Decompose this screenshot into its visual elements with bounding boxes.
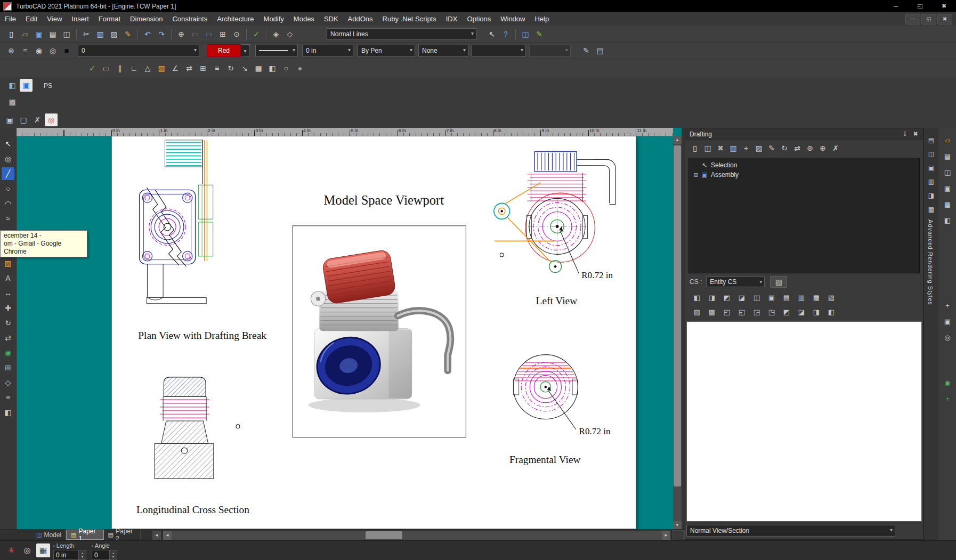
palette-tab-icon[interactable]: ◫ (926, 148, 937, 160)
coordinate-table-icon[interactable]: ▦ (36, 543, 50, 557)
view-options-icon[interactable]: ⊛ (804, 142, 816, 154)
standard-view-icon[interactable]: ▣ (765, 291, 778, 303)
restore-icon[interactable]: ◱ (908, 0, 932, 12)
snap-triangle-icon[interactable]: △ (141, 62, 154, 75)
color-dropdown-icon[interactable]: ▾ (241, 44, 250, 57)
advanced-rendering-styles-tab[interactable]: Advanced Rendering Styles (927, 220, 934, 305)
section-view-icon[interactable]: ▨ (691, 306, 703, 318)
docked-palette-icon[interactable]: ◧ (941, 214, 954, 226)
color-button[interactable]: Red (207, 44, 241, 57)
scroll-down-icon[interactable]: ▼ (673, 521, 682, 529)
align-icon[interactable]: ≡ (210, 62, 223, 75)
new-file-icon[interactable]: ▯ (5, 28, 18, 40)
line-tool-icon[interactable]: ╱ (2, 167, 14, 180)
menu-window[interactable]: Window (496, 12, 530, 26)
zoom-in-icon[interactable]: ⊕ (175, 28, 188, 40)
palette-tab-icon[interactable]: ▦ (926, 204, 937, 215)
context-help-icon[interactable]: ? (499, 28, 512, 40)
snap-angle-icon[interactable]: ∠ (169, 62, 182, 75)
docked-palette-icon[interactable]: ▱ (941, 134, 954, 147)
format-painter-icon[interactable]: ✎ (121, 28, 134, 40)
palette-tab-icon[interactable]: ▣ (926, 162, 937, 174)
snap-perpendicular-icon[interactable]: ∟ (127, 62, 140, 75)
menu-architecture[interactable]: Architecture (212, 12, 258, 26)
section-view-icon[interactable]: ▩ (706, 306, 718, 318)
drawing-canvas[interactable]: 0 in1 in2 in3 in4 in5 in6 in7 in8 in9 in… (17, 128, 682, 529)
section-view-drawing[interactable] (155, 377, 214, 479)
standard-view-icon[interactable]: ◩ (720, 291, 733, 303)
select-cursor-icon[interactable]: ↖ (485, 28, 498, 40)
standard-view-icon[interactable]: ◧ (691, 291, 703, 303)
explode-icon[interactable]: ✗ (31, 113, 44, 126)
close-panel-icon[interactable]: ✖ (911, 129, 920, 139)
hatch-tool-icon[interactable]: ▨ (2, 257, 14, 270)
paste-view-icon[interactable]: ▨ (753, 142, 765, 154)
section-view-icon[interactable]: ◧ (825, 306, 838, 318)
property-settings-icon[interactable]: ⊛ (5, 44, 18, 57)
length-spinner-up-icon[interactable]: ▴ (82, 551, 83, 555)
standard-view-icon[interactable]: ◨ (706, 291, 718, 303)
tree-item-selection[interactable]: ↖Selection (689, 160, 919, 170)
lightworks-render-icon[interactable]: ▩ (6, 95, 19, 108)
new-drafting-view-icon[interactable]: ▯ (689, 142, 701, 154)
revolve-icon[interactable]: ○ (280, 62, 293, 75)
paper-drawing[interactable]: R0.72 in (112, 136, 636, 529)
length-input[interactable]: 0 in ▴ ▾ (53, 550, 86, 560)
section-view-icon[interactable]: ◲ (750, 306, 763, 318)
edit-select-tool-icon[interactable]: ◎ (2, 152, 14, 165)
snap-indicator-icon[interactable]: ✳ (4, 543, 18, 557)
arc-tool-icon[interactable]: ◠ (2, 197, 14, 210)
update-all-views-icon[interactable]: ⇄ (791, 142, 803, 154)
left-view-drawing[interactable]: R0.72 in (494, 152, 615, 280)
angle-input[interactable]: 0 ▴ ▾ (92, 550, 117, 560)
section-view-icon[interactable]: ◨ (810, 306, 823, 318)
paste-icon[interactable]: ▨ (108, 28, 120, 40)
hatch-pattern-icon[interactable]: ▨ (155, 62, 168, 75)
line-width-combo[interactable]: 0 in (302, 45, 353, 56)
mdi-close-icon[interactable]: ✖ (937, 14, 952, 25)
field-text-icon[interactable]: ▭ (100, 62, 112, 75)
cs-combo[interactable]: Entity CS (706, 277, 765, 287)
dimension-tool-icon[interactable]: ↔ (2, 287, 14, 299)
print-style-icon[interactable]: ▤ (594, 44, 606, 57)
rotate-tool-icon[interactable]: ↻ (2, 316, 14, 329)
palette-toggle-icon[interactable]: ◫ (519, 28, 532, 40)
sphere-icon[interactable]: ● (294, 62, 306, 75)
docked-palette-icon[interactable]: ▤ (941, 150, 954, 163)
pen-visibility-icon[interactable]: ◉ (33, 44, 45, 57)
tab-paper-1[interactable]: ▤Paper 1 (66, 530, 103, 540)
trace-icon[interactable]: ◎ (45, 113, 58, 126)
menu-edit[interactable]: Edit (21, 12, 42, 26)
docked-palette-icon[interactable]: ▣ (941, 315, 954, 328)
mirror-icon[interactable]: ⇄ (183, 62, 196, 75)
copy-view-icon[interactable]: ▥ (727, 142, 739, 154)
docked-palette-icon[interactable]: ▦ (941, 198, 954, 210)
line-pattern-combo[interactable] (255, 45, 298, 56)
undo-icon[interactable]: ↶ (141, 28, 154, 40)
layer-combo[interactable]: 0 (78, 45, 199, 56)
horizontal-scrollbar[interactable]: ◄ ► (163, 531, 670, 540)
menu-view[interactable]: View (42, 12, 67, 26)
spline-tool-icon[interactable]: ≈ (2, 212, 14, 225)
menu-options[interactable]: Options (462, 12, 496, 26)
model-space-viewport[interactable] (293, 226, 466, 437)
angle-spinner-down-icon[interactable]: ▾ (112, 555, 114, 559)
expander-icon[interactable]: ⊞ (692, 172, 700, 178)
array-copy-icon[interactable]: ⊞ (197, 62, 209, 75)
menu-addons[interactable]: AddOns (343, 12, 378, 26)
menu-modify[interactable]: Modify (259, 12, 289, 26)
docked-palette-icon[interactable]: ◫ (941, 166, 954, 178)
fill-pattern-combo[interactable]: None (418, 45, 468, 56)
add-view-icon[interactable]: + (740, 142, 752, 154)
grid-snap-tool-icon[interactable]: ⊞ (2, 361, 14, 374)
horizontal-scrollbar-thumb[interactable] (366, 531, 402, 539)
cut-icon[interactable]: ✂ (80, 28, 93, 40)
rotate-icon[interactable]: ↻ (224, 62, 237, 75)
render-camera-icon[interactable]: ◧ (6, 79, 19, 92)
palette-tab-icon[interactable]: ▥ (926, 176, 937, 188)
delete-view-icon[interactable]: ✖ (715, 142, 726, 154)
hatch-button-icon[interactable]: ▨ (770, 276, 787, 288)
menu-file[interactable]: File (0, 12, 21, 26)
open-file-icon[interactable]: ▱ (19, 28, 31, 40)
menu-ruby-net-scripts[interactable]: Ruby .Net Scripts (378, 12, 441, 26)
